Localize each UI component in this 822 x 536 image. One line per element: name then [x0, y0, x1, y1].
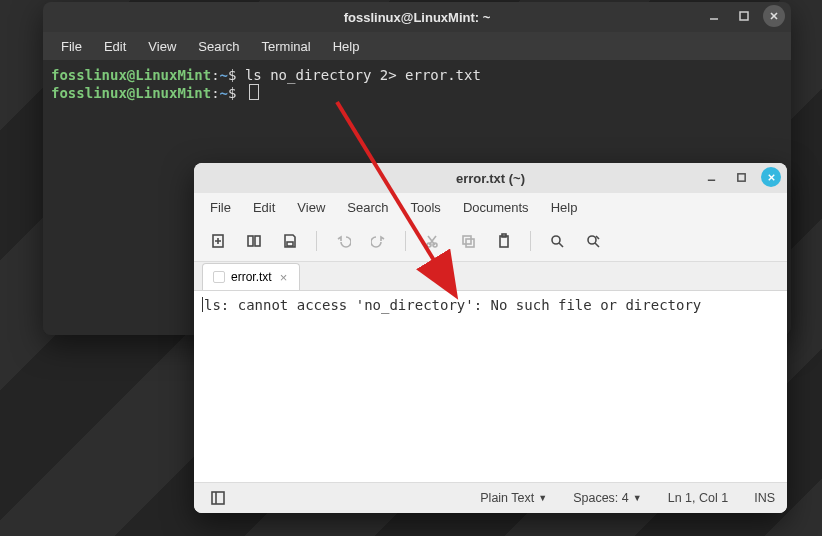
status-position: Ln 1, Col 1: [668, 491, 728, 505]
chevron-down-icon: ▼: [633, 493, 642, 503]
menu-edit[interactable]: Edit: [94, 36, 136, 57]
menu-terminal[interactable]: Terminal: [252, 36, 321, 57]
close-button[interactable]: [761, 167, 781, 187]
toolbar-separator: [405, 231, 406, 251]
paste-icon[interactable]: [488, 226, 520, 256]
svg-rect-12: [255, 236, 260, 246]
new-file-icon[interactable]: [202, 226, 234, 256]
status-mode[interactable]: INS: [754, 491, 775, 505]
maximize-button[interactable]: [731, 167, 751, 187]
svg-line-23: [559, 243, 563, 247]
chevron-down-icon: ▼: [538, 493, 547, 503]
terminal-line: fosslinux@LinuxMint:~$ ls no_directory 2…: [51, 66, 783, 84]
svg-point-24: [588, 236, 596, 244]
terminal-titlebar[interactable]: fosslinux@LinuxMint: ~: [43, 2, 791, 32]
svg-rect-1: [740, 12, 748, 20]
menu-documents[interactable]: Documents: [453, 196, 539, 219]
svg-line-25: [595, 243, 599, 247]
copy-icon[interactable]: [452, 226, 484, 256]
menu-file[interactable]: File: [200, 196, 241, 219]
menu-search[interactable]: Search: [188, 36, 249, 57]
cut-icon[interactable]: [416, 226, 448, 256]
svg-rect-11: [248, 236, 253, 246]
command-text: ls no_directory 2> error.txt: [245, 67, 481, 83]
terminal-cursor: [249, 84, 259, 100]
minimize-button[interactable]: [703, 5, 725, 27]
toolbar-separator: [316, 231, 317, 251]
status-spaces[interactable]: Spaces: 4▼: [573, 491, 642, 505]
menu-file[interactable]: File: [51, 36, 92, 57]
replace-icon[interactable]: [577, 226, 609, 256]
menu-view[interactable]: View: [287, 196, 335, 219]
svg-rect-18: [463, 236, 471, 244]
text-cursor: [202, 297, 203, 312]
editor-toolbar: [194, 221, 787, 262]
search-icon[interactable]: [541, 226, 573, 256]
file-content: ls: cannot access 'no_directory': No suc…: [204, 297, 701, 313]
menu-tools[interactable]: Tools: [401, 196, 451, 219]
tab-error-txt[interactable]: error.txt ×: [202, 263, 300, 290]
menu-help[interactable]: Help: [323, 36, 370, 57]
terminal-menubar: File Edit View Search Terminal Help: [43, 32, 791, 60]
svg-rect-19: [466, 239, 474, 247]
svg-rect-13: [287, 242, 293, 246]
editor-title: error.txt (~): [456, 171, 525, 186]
prompt-user: fosslinux: [51, 67, 127, 83]
sidepanel-toggle-icon[interactable]: [206, 487, 230, 509]
editor-window: error.txt (~) File Edit View Search Tool…: [194, 163, 787, 513]
close-button[interactable]: [763, 5, 785, 27]
tab-close-icon[interactable]: ×: [278, 270, 290, 285]
menu-help[interactable]: Help: [541, 196, 588, 219]
save-icon[interactable]: [274, 226, 306, 256]
menu-view[interactable]: View: [138, 36, 186, 57]
editor-menubar: File Edit View Search Tools Documents He…: [194, 193, 787, 221]
redo-icon[interactable]: [363, 226, 395, 256]
minimize-button[interactable]: [701, 167, 721, 187]
undo-icon[interactable]: [327, 226, 359, 256]
editor-titlebar[interactable]: error.txt (~): [194, 163, 787, 193]
menu-search[interactable]: Search: [337, 196, 398, 219]
svg-rect-27: [212, 492, 224, 504]
tab-label: error.txt: [231, 270, 272, 284]
terminal-title: fosslinux@LinuxMint: ~: [344, 10, 491, 25]
maximize-button[interactable]: [733, 5, 755, 27]
toolbar-separator: [530, 231, 531, 251]
menu-edit[interactable]: Edit: [243, 196, 285, 219]
terminal-line: fosslinux@LinuxMint:~$: [51, 84, 783, 102]
editor-statusbar: Plain Text▼ Spaces: 4▼ Ln 1, Col 1 INS: [194, 482, 787, 513]
editor-tabs: error.txt ×: [194, 262, 787, 291]
status-filetype[interactable]: Plain Text▼: [480, 491, 547, 505]
file-icon: [213, 271, 225, 283]
svg-point-22: [552, 236, 560, 244]
svg-rect-5: [737, 173, 744, 180]
open-file-icon[interactable]: [238, 226, 270, 256]
editor-body[interactable]: ls: cannot access 'no_directory': No suc…: [194, 291, 787, 482]
